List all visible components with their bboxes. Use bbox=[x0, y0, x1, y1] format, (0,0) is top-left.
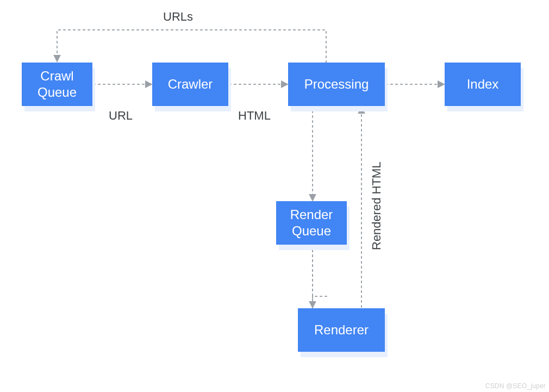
node-label: Processing bbox=[304, 76, 369, 92]
node-crawler: Crawler bbox=[152, 63, 228, 106]
connector-layer bbox=[0, 0, 549, 392]
node-label: Renderer bbox=[314, 322, 369, 338]
edge-urls-back bbox=[57, 30, 326, 63]
node-label: Index bbox=[467, 76, 499, 92]
node-label: Render Queue bbox=[290, 207, 333, 239]
node-index: Index bbox=[445, 63, 521, 106]
node-label: Crawl Queue bbox=[38, 68, 77, 101]
node-render-queue: Render Queue bbox=[276, 201, 347, 245]
edge-label-html: HTML bbox=[238, 109, 271, 123]
edge-to-renderer bbox=[313, 250, 327, 296]
node-label: Crawler bbox=[168, 76, 213, 92]
edge-label-rendered-html: Rendered HTML bbox=[370, 141, 384, 250]
edge-label-url: URL bbox=[109, 109, 133, 123]
edge-label-urls: URLs bbox=[163, 10, 193, 24]
node-renderer: Renderer bbox=[298, 308, 385, 352]
node-crawl-queue: Crawl Queue bbox=[22, 63, 92, 106]
node-processing: Processing bbox=[288, 63, 385, 106]
watermark: CSDN @SEO_juper bbox=[485, 382, 546, 390]
